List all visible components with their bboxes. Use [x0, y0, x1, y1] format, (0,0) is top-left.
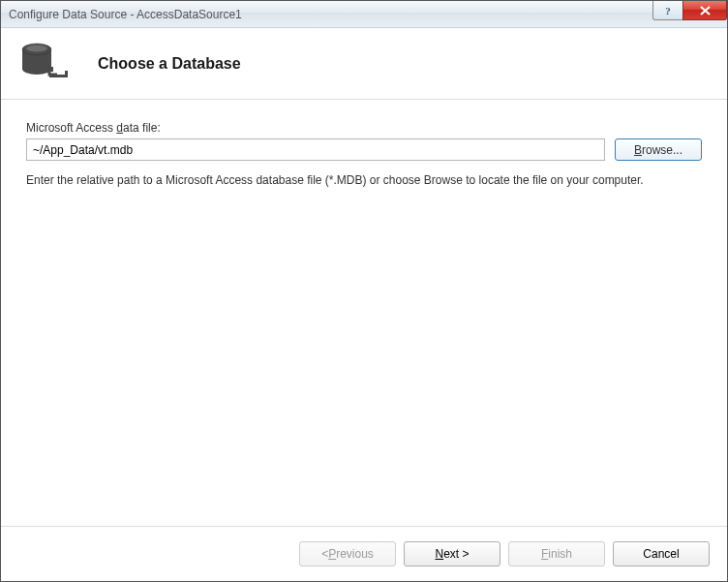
close-button[interactable] [682, 1, 727, 20]
cancel-button[interactable]: Cancel [613, 541, 710, 567]
close-icon [700, 6, 711, 15]
database-icon [20, 42, 69, 86]
previous-button: < Previous [299, 541, 396, 567]
titlebar[interactable]: Configure Data Source - AccessDataSource… [1, 1, 727, 28]
window-controls: ? [653, 1, 727, 27]
wizard-header: Choose a Database [1, 28, 727, 100]
svg-rect-4 [65, 71, 68, 77]
svg-point-2 [26, 45, 47, 51]
next-button[interactable]: Next > [404, 541, 500, 567]
help-text: Enter the relative path to a Microsoft A… [26, 172, 646, 188]
finish-button: Finish [508, 541, 605, 567]
input-row: Browse... [26, 138, 702, 161]
data-file-label: Microsoft Access data file: [26, 121, 702, 135]
browse-button[interactable]: Browse... [615, 138, 702, 161]
svg-rect-5 [46, 67, 53, 72]
help-button[interactable]: ? [652, 1, 683, 20]
wizard-body: Microsoft Access data file: Browse... En… [1, 100, 727, 526]
page-title: Choose a Database [98, 55, 241, 73]
wizard-footer: < Previous Next > Finish Cancel [1, 527, 727, 581]
data-file-input[interactable] [26, 138, 605, 161]
dialog-window: Configure Data Source - AccessDataSource… [0, 0, 728, 582]
window-title: Configure Data Source - AccessDataSource… [9, 8, 653, 21]
